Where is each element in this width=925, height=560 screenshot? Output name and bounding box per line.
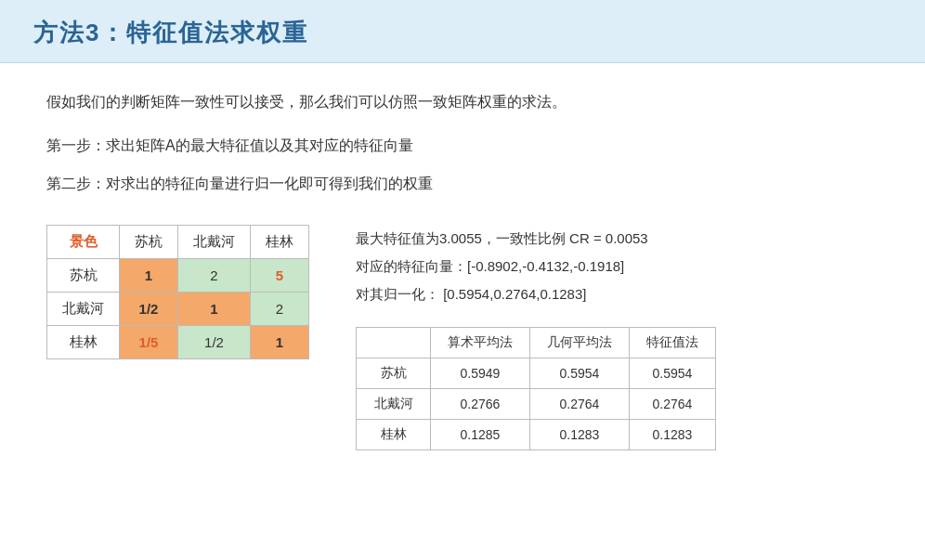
compare-val-guilin-geo: 0.1283 bbox=[530, 420, 630, 450]
content: 假如我们的判断矩阵一致性可以接受，那么我们可以仿照一致矩阵权重的求法。 第一步：… bbox=[0, 63, 925, 478]
page-title: 方法3：特征值法求权重 bbox=[33, 17, 892, 49]
row-label-suhang: 苏杭 bbox=[47, 259, 120, 293]
page: 方法3：特征值法求权重 假如我们的判断矩阵一致性可以接受，那么我们可以仿照一致矩… bbox=[0, 0, 925, 560]
cell-suhang-beidaihe: 2 bbox=[178, 259, 251, 293]
compare-header-eigen: 特征值法 bbox=[630, 328, 716, 358]
cell-guilin-guilin: 1 bbox=[251, 326, 309, 359]
cell-guilin-beidaihe: 1/2 bbox=[178, 326, 251, 359]
compare-label-suhang: 苏杭 bbox=[357, 358, 431, 389]
result-line1: 最大特征值为3.0055，一致性比例 CR = 0.0053 bbox=[356, 225, 879, 253]
compare-val-guilin-eigen: 0.1283 bbox=[630, 420, 716, 450]
header: 方法3：特征值法求权重 bbox=[0, 0, 925, 63]
matrix-header-suhang: 苏杭 bbox=[120, 226, 178, 259]
result-line3: 对其归一化： [0.5954,0.2764,0.1283] bbox=[356, 280, 879, 308]
compare-val-beidaihe-eigen: 0.2764 bbox=[630, 389, 716, 420]
cell-beidaihe-beidaihe: 1 bbox=[178, 293, 251, 326]
compare-val-suhang-eigen: 0.5954 bbox=[630, 358, 716, 389]
compare-val-suhang-arith: 0.5949 bbox=[431, 358, 530, 389]
compare-header-arithmetic: 算术平均法 bbox=[431, 328, 530, 358]
cell-suhang-suhang: 1 bbox=[120, 259, 178, 293]
compare-val-beidaihe-arith: 0.2766 bbox=[431, 389, 530, 420]
compare-label-guilin: 桂林 bbox=[357, 420, 431, 450]
compare-val-suhang-geo: 0.5954 bbox=[530, 358, 630, 389]
table-row: 北戴河 0.2766 0.2764 0.2764 bbox=[357, 389, 716, 420]
compare-val-beidaihe-geo: 0.2764 bbox=[530, 389, 630, 420]
compare-table: 算术平均法 几何平均法 特征值法 苏杭 0.5949 0.5954 0.5954 bbox=[356, 327, 716, 450]
cell-beidaihe-guilin: 2 bbox=[251, 293, 309, 326]
step2-text: 第二步：对求出的特征向量进行归一化即可得到我们的权重 bbox=[46, 171, 879, 198]
intro-text: 假如我们的判断矩阵一致性可以接受，那么我们可以仿照一致矩阵权重的求法。 bbox=[46, 89, 879, 116]
compare-label-beidaihe: 北戴河 bbox=[357, 389, 431, 420]
matrix-header-beidaihe: 北戴河 bbox=[178, 226, 251, 259]
row-label-beidaihe: 北戴河 bbox=[47, 293, 120, 326]
table-row: 桂林 1/5 1/2 1 bbox=[47, 326, 309, 359]
cell-suhang-guilin: 5 bbox=[251, 259, 309, 293]
cell-guilin-suhang: 1/5 bbox=[120, 326, 178, 359]
results-section: 最大特征值为3.0055，一致性比例 CR = 0.0053 对应的特征向量：[… bbox=[356, 225, 879, 308]
right-section: 最大特征值为3.0055，一致性比例 CR = 0.0053 对应的特征向量：[… bbox=[356, 225, 879, 450]
matrix-section: 景色 苏杭 北戴河 桂林 苏杭 1 2 5 bbox=[46, 225, 309, 359]
result-line2: 对应的特征向量：[-0.8902,-0.4132,-0.1918] bbox=[356, 253, 879, 280]
table-row: 桂林 0.1285 0.1283 0.1283 bbox=[357, 420, 716, 450]
row-label-guilin: 桂林 bbox=[47, 326, 120, 359]
cell-beidaihe-suhang: 1/2 bbox=[120, 293, 178, 326]
compare-val-guilin-arith: 0.1285 bbox=[431, 420, 530, 450]
matrix-table: 景色 苏杭 北戴河 桂林 苏杭 1 2 5 bbox=[46, 225, 309, 359]
matrix-header-guilin: 桂林 bbox=[251, 226, 309, 259]
table-row: 苏杭 0.5949 0.5954 0.5954 bbox=[357, 358, 716, 389]
step1-text: 第一步：求出矩阵A的最大特征值以及其对应的特征向量 bbox=[46, 133, 879, 160]
matrix-header-jingse: 景色 bbox=[47, 226, 120, 259]
compare-header-empty bbox=[357, 328, 431, 358]
table-row: 苏杭 1 2 5 bbox=[47, 259, 309, 293]
compare-header-geometric: 几何平均法 bbox=[530, 328, 630, 358]
main-section: 景色 苏杭 北戴河 桂林 苏杭 1 2 5 bbox=[46, 225, 879, 450]
table-row: 北戴河 1/2 1 2 bbox=[47, 293, 309, 326]
